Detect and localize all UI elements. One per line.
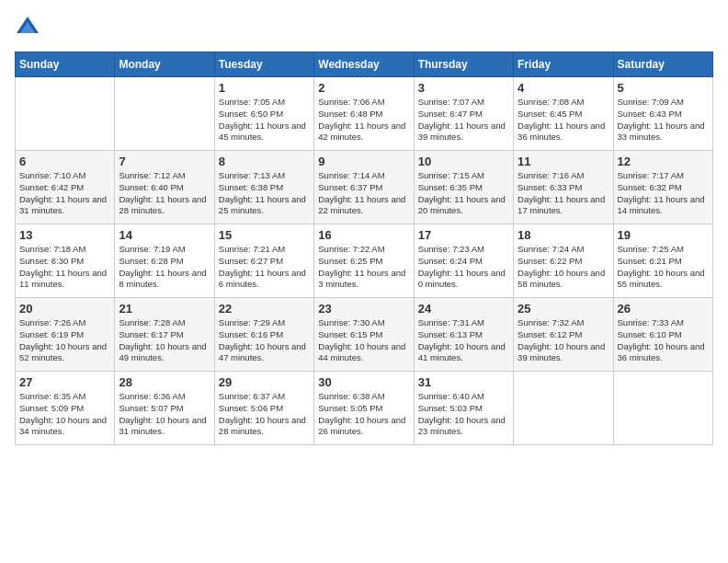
day-info: Sunrise: 7:09 AM Sunset: 6:43 PM Dayligh…: [618, 97, 709, 144]
calendar-cell: 6Sunrise: 7:10 AM Sunset: 6:42 PM Daylig…: [16, 151, 115, 224]
calendar-cell: 24Sunrise: 7:31 AM Sunset: 6:13 PM Dayli…: [414, 298, 513, 372]
day-number: 20: [19, 302, 110, 316]
day-info: Sunrise: 7:26 AM Sunset: 6:19 PM Dayligh…: [19, 317, 110, 364]
calendar-cell: 18Sunrise: 7:24 AM Sunset: 6:22 PM Dayli…: [514, 224, 613, 298]
day-number: 1: [219, 81, 310, 95]
day-number: 13: [19, 228, 110, 242]
calendar-cell: [16, 77, 115, 151]
header-day-thursday: Thursday: [414, 52, 513, 77]
calendar-cell: 12Sunrise: 7:17 AM Sunset: 6:32 PM Dayli…: [613, 151, 712, 224]
day-info: Sunrise: 6:37 AM Sunset: 5:06 PM Dayligh…: [219, 391, 310, 438]
day-number: 18: [518, 228, 609, 242]
day-number: 6: [19, 155, 110, 168]
calendar-cell: 25Sunrise: 7:32 AM Sunset: 6:12 PM Dayli…: [514, 298, 613, 372]
day-info: Sunrise: 7:17 AM Sunset: 6:32 PM Dayligh…: [618, 170, 709, 217]
day-number: 21: [119, 302, 210, 316]
day-info: Sunrise: 7:24 AM Sunset: 6:22 PM Dayligh…: [518, 244, 609, 291]
day-info: Sunrise: 7:33 AM Sunset: 6:10 PM Dayligh…: [618, 317, 709, 364]
calendar-cell: 4Sunrise: 7:08 AM Sunset: 6:45 PM Daylig…: [514, 77, 613, 151]
day-info: Sunrise: 6:38 AM Sunset: 5:05 PM Dayligh…: [318, 391, 409, 438]
day-number: 7: [119, 155, 210, 168]
calendar-body: 1Sunrise: 7:05 AM Sunset: 6:50 PM Daylig…: [16, 77, 713, 445]
day-number: 16: [318, 228, 409, 242]
day-number: 22: [219, 302, 310, 316]
calendar-cell: 29Sunrise: 6:37 AM Sunset: 5:06 PM Dayli…: [214, 372, 313, 445]
calendar-cell: 20Sunrise: 7:26 AM Sunset: 6:19 PM Dayli…: [16, 298, 115, 372]
calendar-cell: 13Sunrise: 7:18 AM Sunset: 6:30 PM Dayli…: [16, 224, 115, 298]
day-info: Sunrise: 6:36 AM Sunset: 5:07 PM Dayligh…: [119, 391, 210, 438]
day-number: 25: [518, 302, 609, 316]
calendar-cell: 19Sunrise: 7:25 AM Sunset: 6:21 PM Dayli…: [613, 224, 712, 298]
day-number: 28: [119, 375, 210, 389]
day-number: 30: [318, 375, 409, 389]
day-info: Sunrise: 7:31 AM Sunset: 6:13 PM Dayligh…: [418, 317, 509, 364]
calendar-cell: 2Sunrise: 7:06 AM Sunset: 6:48 PM Daylig…: [314, 77, 414, 151]
header-day-wednesday: Wednesday: [314, 52, 414, 77]
calendar-cell: 27Sunrise: 6:35 AM Sunset: 5:09 PM Dayli…: [16, 372, 115, 445]
day-number: 19: [618, 228, 709, 242]
calendar-cell: 1Sunrise: 7:05 AM Sunset: 6:50 PM Daylig…: [214, 77, 313, 151]
logo-icon: [15, 15, 40, 40]
day-info: Sunrise: 7:19 AM Sunset: 6:28 PM Dayligh…: [119, 244, 210, 291]
calendar-week-3: 20Sunrise: 7:26 AM Sunset: 6:19 PM Dayli…: [16, 298, 713, 372]
calendar-cell: 15Sunrise: 7:21 AM Sunset: 6:27 PM Dayli…: [214, 224, 313, 298]
day-info: Sunrise: 7:07 AM Sunset: 6:47 PM Dayligh…: [418, 97, 509, 144]
day-info: Sunrise: 7:13 AM Sunset: 6:38 PM Dayligh…: [219, 170, 310, 217]
day-info: Sunrise: 7:15 AM Sunset: 6:35 PM Dayligh…: [418, 170, 509, 217]
day-info: Sunrise: 7:14 AM Sunset: 6:37 PM Dayligh…: [318, 170, 409, 217]
header-day-friday: Friday: [514, 52, 613, 77]
calendar-cell: 28Sunrise: 6:36 AM Sunset: 5:07 PM Dayli…: [115, 372, 214, 445]
day-number: 2: [318, 81, 409, 95]
day-number: 4: [518, 81, 609, 95]
day-number: 14: [119, 228, 210, 242]
day-info: Sunrise: 7:21 AM Sunset: 6:27 PM Dayligh…: [219, 244, 310, 291]
day-info: Sunrise: 7:29 AM Sunset: 6:16 PM Dayligh…: [219, 317, 310, 364]
calendar-week-2: 13Sunrise: 7:18 AM Sunset: 6:30 PM Dayli…: [16, 224, 713, 298]
day-info: Sunrise: 7:12 AM Sunset: 6:40 PM Dayligh…: [119, 170, 210, 217]
calendar-cell: 26Sunrise: 7:33 AM Sunset: 6:10 PM Dayli…: [613, 298, 712, 372]
day-info: Sunrise: 7:32 AM Sunset: 6:12 PM Dayligh…: [518, 317, 609, 364]
calendar-week-4: 27Sunrise: 6:35 AM Sunset: 5:09 PM Dayli…: [16, 372, 713, 445]
day-info: Sunrise: 7:16 AM Sunset: 6:33 PM Dayligh…: [518, 170, 609, 217]
day-info: Sunrise: 6:40 AM Sunset: 5:03 PM Dayligh…: [418, 391, 509, 438]
day-number: 23: [318, 302, 409, 316]
day-info: Sunrise: 7:05 AM Sunset: 6:50 PM Dayligh…: [219, 97, 310, 144]
day-info: Sunrise: 7:28 AM Sunset: 6:17 PM Dayligh…: [119, 317, 210, 364]
page-header: [15, 15, 713, 40]
day-number: 12: [618, 155, 709, 168]
calendar-cell: 3Sunrise: 7:07 AM Sunset: 6:47 PM Daylig…: [414, 77, 513, 151]
calendar-cell: [613, 372, 712, 445]
calendar-cell: 23Sunrise: 7:30 AM Sunset: 6:15 PM Dayli…: [314, 298, 414, 372]
day-info: Sunrise: 7:30 AM Sunset: 6:15 PM Dayligh…: [318, 317, 409, 364]
calendar-cell: 7Sunrise: 7:12 AM Sunset: 6:40 PM Daylig…: [115, 151, 214, 224]
day-number: 10: [418, 155, 509, 168]
day-number: 24: [418, 302, 509, 316]
day-info: Sunrise: 7:06 AM Sunset: 6:48 PM Dayligh…: [318, 97, 409, 144]
calendar-cell: 16Sunrise: 7:22 AM Sunset: 6:25 PM Dayli…: [314, 224, 414, 298]
calendar-cell: 14Sunrise: 7:19 AM Sunset: 6:28 PM Dayli…: [115, 224, 214, 298]
calendar-cell: 31Sunrise: 6:40 AM Sunset: 5:03 PM Dayli…: [414, 372, 513, 445]
day-number: 26: [618, 302, 709, 316]
calendar-week-0: 1Sunrise: 7:05 AM Sunset: 6:50 PM Daylig…: [16, 77, 713, 151]
day-info: Sunrise: 6:35 AM Sunset: 5:09 PM Dayligh…: [19, 391, 110, 438]
header-row: SundayMondayTuesdayWednesdayThursdayFrid…: [16, 52, 713, 77]
day-info: Sunrise: 7:22 AM Sunset: 6:25 PM Dayligh…: [318, 244, 409, 291]
day-number: 9: [318, 155, 409, 168]
calendar-cell: 21Sunrise: 7:28 AM Sunset: 6:17 PM Dayli…: [115, 298, 214, 372]
day-number: 3: [418, 81, 509, 95]
day-info: Sunrise: 7:10 AM Sunset: 6:42 PM Dayligh…: [19, 170, 110, 217]
calendar-cell: 11Sunrise: 7:16 AM Sunset: 6:33 PM Dayli…: [514, 151, 613, 224]
day-number: 5: [618, 81, 709, 95]
calendar-cell: [115, 77, 214, 151]
day-number: 11: [518, 155, 609, 168]
day-info: Sunrise: 7:08 AM Sunset: 6:45 PM Dayligh…: [518, 97, 609, 144]
calendar-week-1: 6Sunrise: 7:10 AM Sunset: 6:42 PM Daylig…: [16, 151, 713, 224]
calendar-cell: 9Sunrise: 7:14 AM Sunset: 6:37 PM Daylig…: [314, 151, 414, 224]
calendar-cell: 17Sunrise: 7:23 AM Sunset: 6:24 PM Dayli…: [414, 224, 513, 298]
logo: [15, 15, 44, 40]
header-day-sunday: Sunday: [16, 52, 115, 77]
day-info: Sunrise: 7:18 AM Sunset: 6:30 PM Dayligh…: [19, 244, 110, 291]
calendar-cell: 30Sunrise: 6:38 AM Sunset: 5:05 PM Dayli…: [314, 372, 414, 445]
day-info: Sunrise: 7:25 AM Sunset: 6:21 PM Dayligh…: [618, 244, 709, 291]
calendar-header: SundayMondayTuesdayWednesdayThursdayFrid…: [16, 52, 713, 77]
